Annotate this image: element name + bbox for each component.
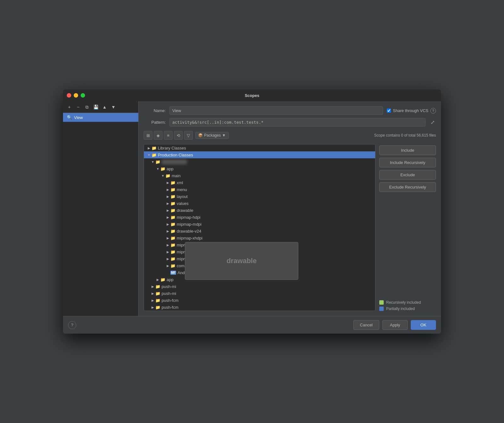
action-panel: Include Include Recursively Exclude Excl… <box>379 144 436 311</box>
exclude-recursively-button[interactable]: Exclude Recursively <box>379 182 436 192</box>
folder-drawable-v24-icon: 📁 <box>170 228 175 234</box>
file-tree[interactable]: 📁 Library Classes 📁 Production Classes 📁 <box>144 144 375 311</box>
collapse-all-button[interactable]: ⊞ <box>144 131 152 140</box>
copy-scope-button[interactable]: ⧉ <box>83 103 91 111</box>
right-panel: Name: Share through VCS ? Pattern: ⤢ ⊞ ◈… <box>139 101 441 316</box>
arrow-mipmap-hdpi <box>165 215 170 220</box>
tree-label-layout: layout <box>177 194 188 199</box>
tree-item-values[interactable]: 📁 values <box>144 200 375 207</box>
minimize-button[interactable] <box>74 93 78 98</box>
bottom-bar: ? Cancel Apply OK <box>63 316 441 334</box>
folder-production-icon: 📁 <box>152 152 157 157</box>
legend-color-partially <box>379 307 384 311</box>
legend-item-partially: Partially included <box>379 307 436 311</box>
expand-all-button[interactable]: ◈ <box>154 131 163 140</box>
pattern-label: Pattern: <box>144 120 166 125</box>
sidebar-toolbar: + − ⧉ 💾 ▲ ▼ <box>63 101 138 113</box>
arrow-mipmap-xxxhdpi <box>165 249 170 254</box>
legend-item-recursively: Recursively included <box>379 300 436 305</box>
tree-item-menu[interactable]: 📁 menu <box>144 186 375 193</box>
vcs-row: Share through VCS ? <box>387 108 436 114</box>
tree-label-production: Production Classes <box>158 153 193 157</box>
tree-label-library: Library Classes <box>158 146 186 150</box>
tree-item-push-mi1[interactable]: 📁 push-mi <box>144 283 375 290</box>
dialog-title: Scopes <box>245 93 259 98</box>
tree-label-androidmanifest: AndroidManifest.xml <box>177 270 215 275</box>
apply-button[interactable]: Apply <box>382 320 408 330</box>
arrow-mipmap-xhdpi <box>165 235 170 240</box>
move-down-button[interactable]: ▼ <box>110 103 117 111</box>
tree-item-com-test-tests[interactable]: 📁 com.test.tests <box>144 262 375 269</box>
ok-button[interactable]: OK <box>411 320 436 330</box>
tree-item-library[interactable]: 📁 Library Classes <box>144 144 375 151</box>
tree-item-drawable-v24[interactable]: 📁 drawable-v24 <box>144 228 375 234</box>
tree-item-app1[interactable]: 📁 app <box>144 165 375 172</box>
tree-item-mipmap-xxxhdpi[interactable]: 📁 mipmap-xxxhdpi <box>144 248 375 255</box>
packages-icon: 📦 <box>198 133 203 138</box>
legend-label-recursively: Recursively included <box>386 300 421 305</box>
tree-label-app2: app <box>167 277 174 282</box>
arrow-drawable <box>165 208 170 213</box>
add-scope-button[interactable]: + <box>66 103 73 111</box>
folder-mipmap-xxhdpi-icon: 📁 <box>170 242 175 247</box>
tree-item-androidmanifest[interactable]: MF AndroidManifest.xml <box>144 269 375 276</box>
folder-main-icon: 📁 <box>165 173 170 178</box>
arrow-push-mi2 <box>150 291 155 296</box>
main-content: + − ⧉ 💾 ▲ ▼ 🔍 View Name: Share through V… <box>63 101 441 316</box>
folder-mipmap-xhdpi-icon: 📁 <box>170 235 175 240</box>
select-all-button[interactable]: ≡ <box>164 131 173 140</box>
tree-item-mipmap-xxhdpi[interactable]: 📁 mipmap-xxhdpi <box>144 241 375 248</box>
expand-pattern-button[interactable]: ⤢ <box>429 119 436 126</box>
tree-item-drawable[interactable]: 📁 drawable <box>144 207 375 214</box>
arrow-library <box>146 145 152 150</box>
title-bar: Scopes <box>63 89 441 101</box>
folder-drawable-icon: 📁 <box>170 208 175 213</box>
filter-button[interactable]: ▽ <box>184 131 193 140</box>
vcs-checkbox[interactable] <box>387 109 391 113</box>
exclude-button[interactable]: Exclude <box>379 170 436 180</box>
maximize-button[interactable] <box>81 93 85 98</box>
tree-label-push-mi2: push-mi <box>162 291 176 296</box>
tree-item-app2[interactable]: 📁 app <box>144 276 375 283</box>
sidebar-item-view[interactable]: 🔍 View <box>63 113 138 122</box>
tree-item-push-fcm1[interactable]: 📁 push-fcm <box>144 297 375 304</box>
folder-xml-icon: 📁 <box>170 180 175 185</box>
cancel-button[interactable]: Cancel <box>353 320 379 330</box>
name-input[interactable] <box>169 106 383 115</box>
folder-push-fcm1-icon: 📁 <box>155 298 160 303</box>
arrow-drawable-v24 <box>165 228 170 234</box>
tree-item-xml[interactable]: 📁 xml <box>144 179 375 186</box>
pattern-input[interactable] <box>169 118 426 127</box>
help-button[interactable]: ? <box>68 321 76 329</box>
legend-label-partially: Partially included <box>386 307 415 311</box>
tree-item-push-fcm2[interactable]: 📁 push-fcm <box>144 304 375 311</box>
include-button[interactable]: Include <box>379 145 436 155</box>
scopes-dialog: Scopes + − ⧉ 💾 ▲ ▼ 🔍 View Name: <box>63 89 441 334</box>
include-recursively-button[interactable]: Include Recursively <box>379 158 436 167</box>
tree-item-production[interactable]: 📁 Production Classes <box>144 151 375 158</box>
tree-item-mipmap-xhdpi[interactable]: 📁 mipmap-xhdpi <box>144 234 375 241</box>
arrow-menu <box>165 187 170 192</box>
tree-item-layout[interactable]: 📁 layout <box>144 193 375 200</box>
move-up-button[interactable]: ▲ <box>101 103 108 111</box>
close-button[interactable] <box>67 93 71 98</box>
arrow-production <box>146 152 152 157</box>
tree-label-push-fcm1: push-fcm <box>162 298 178 303</box>
sidebar-item-label: View <box>74 115 83 120</box>
tree-item-mipmap-anydpi[interactable]: 📁 mipmap-anydpi-v26 <box>144 255 375 262</box>
tree-item-mipmap-mdpi[interactable]: 📁 mipmap-mdpi <box>144 221 375 228</box>
save-scope-button[interactable]: 💾 <box>92 103 100 111</box>
vcs-help-button[interactable]: ? <box>430 108 436 114</box>
tree-item-blurred[interactable]: 📁 <box>144 158 375 165</box>
tree-item-main[interactable]: 📁 main <box>144 172 375 179</box>
remove-scope-button[interactable]: − <box>74 103 82 111</box>
tree-item-push-mi2[interactable]: 📁 push-mi <box>144 290 375 297</box>
packages-dropdown[interactable]: 📦 Packages ▼ <box>195 132 229 139</box>
bottom-right: Cancel Apply OK <box>353 320 436 330</box>
tree-label-xml: xml <box>177 180 183 185</box>
scope-icon: 🔍 <box>67 115 72 120</box>
deselect-button[interactable]: ⟲ <box>174 131 183 140</box>
folder-blurred-icon: 📁 <box>155 159 160 164</box>
tree-item-mipmap-hdpi[interactable]: 📁 mipmap-hdpi <box>144 214 375 221</box>
arrow-layout <box>165 194 170 199</box>
